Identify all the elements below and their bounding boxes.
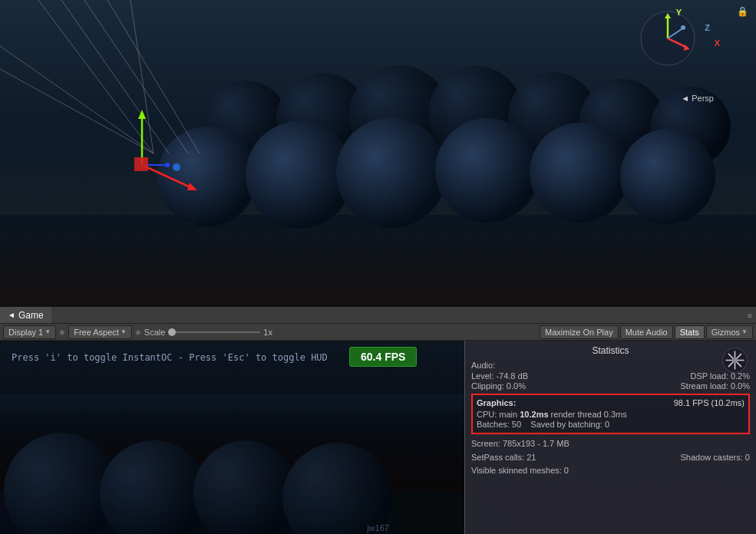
aspect-btn[interactable]: Free Aspect ▼ (68, 325, 132, 339)
svg-point-10 (435, 118, 540, 222)
stats-shadow: Shadow casters: 0 (681, 451, 751, 465)
svg-marker-31 (138, 110, 146, 119)
svg-line-41 (668, 38, 687, 48)
svg-line-25 (84, 0, 188, 153)
svg-line-22 (579, 142, 610, 173)
stats-setpass: SetPass calls: 21 (471, 451, 536, 465)
maximize-btn[interactable]: Maximize On Play (540, 325, 619, 339)
svg-line-18 (391, 142, 422, 173)
stats-btn[interactable]: Stats (675, 325, 705, 339)
svg-point-35 (165, 163, 170, 167)
stats-cpu-row: CPU: main 10.2ms render thread 0.3ms (477, 410, 744, 419)
svg-rect-36 (134, 157, 148, 171)
scale-label: Scale (144, 328, 166, 337)
stats-stream: Stream load: 0.0% (681, 381, 751, 391)
game-tab-icon: ◄ (8, 311, 15, 319)
display-label: Display 1 (8, 328, 43, 337)
aspect-label: Free Aspect (74, 328, 119, 337)
display-dropdown-arrow: ▼ (45, 328, 51, 335)
scale-slider[interactable] (168, 331, 260, 333)
stats-setpass-row: SetPass calls: 21 Shadow casters: 0 (471, 451, 750, 465)
stats-graphics-box: Graphics: 98.1 FPS (10.2ms) CPU: main 10… (471, 394, 750, 434)
stats-screen: Screen: 785x193 - 1.7 MB (471, 437, 750, 451)
scene-view[interactable]: Y Z X 🔒 Persp (0, 0, 756, 307)
gizmos-arrow: ▼ (741, 328, 748, 335)
svg-line-23 (38, 0, 154, 153)
svg-line-32 (142, 165, 192, 188)
game-tab[interactable]: ◄ Game (0, 307, 51, 323)
stats-panel: Statistics Audio: Level: -74.8 dB DSP lo… (464, 341, 756, 534)
svg-line-43 (668, 29, 682, 38)
svg-point-1 (276, 73, 368, 165)
gizmos-label: Gizmos (711, 328, 740, 337)
stats-label: Stats (680, 328, 699, 337)
stats-batches-row: Batches: 50 Saved by batching: 0 (477, 420, 744, 429)
scale-thumb (168, 328, 176, 336)
divider-1: ◆ (59, 328, 65, 336)
svg-marker-33 (187, 183, 197, 190)
stats-fps-value: 98.1 FPS (10.2ms) (674, 398, 744, 407)
svg-point-44 (681, 25, 685, 30)
svg-line-14 (207, 146, 238, 176)
svg-line-20 (391, 173, 441, 192)
fps-badge: 60.4 FPS (349, 347, 417, 367)
stats-audio-row2: Clipping: 0.0% Stream load: 0.0% (471, 381, 750, 391)
lock-icon: 🔒 (737, 6, 748, 17)
persp-label: Persp (681, 94, 714, 103)
svg-point-3 (428, 66, 523, 161)
svg-line-28 (0, 46, 154, 153)
mute-label: Mute Audio (626, 328, 668, 337)
stats-level: Level: -74.8 dB (471, 371, 528, 381)
svg-point-11 (530, 123, 629, 222)
display-btn[interactable]: Display 1 ▼ (3, 325, 56, 339)
stats-graphics-header: Graphics: 98.1 FPS (10.2ms) (477, 398, 744, 407)
svg-point-38 (641, 12, 695, 65)
svg-point-2 (349, 65, 449, 165)
aspect-dropdown-arrow: ▼ (120, 328, 127, 335)
stats-render-value: 0.3ms (604, 410, 627, 419)
svg-point-37 (173, 163, 180, 171)
svg-point-5 (579, 79, 664, 163)
axis-y-label: Y (676, 8, 682, 17)
svg-point-12 (620, 129, 715, 224)
svg-line-16 (207, 176, 257, 196)
scale-value: 1x (263, 328, 272, 337)
stats-cpu-value: 10.2ms (520, 410, 548, 419)
toolbar-right: Maximize On Play Mute Audio Stats Gizmos… (540, 325, 753, 339)
svg-point-0 (203, 81, 288, 165)
gizmos-btn[interactable]: Gizmos ▼ (706, 325, 753, 339)
svg-point-4 (508, 72, 597, 161)
stats-audio-label: Audio: (471, 361, 750, 370)
svg-point-58 (733, 358, 738, 363)
svg-line-24 (61, 0, 169, 153)
scene-ground (0, 215, 756, 307)
stats-bottom: Screen: 785x193 - 1.7 MB SetPass calls: … (471, 437, 750, 478)
tab-menu-dots[interactable]: ≡ (748, 311, 752, 319)
stats-graphics-title: Graphics: (477, 398, 516, 407)
stats-clipping: Clipping: 0.0% (471, 381, 526, 391)
svg-marker-42 (684, 44, 690, 51)
game-tab-label: Game (18, 310, 44, 321)
stats-title: Statistics (471, 345, 750, 356)
svg-point-9 (336, 117, 447, 228)
stats-batches: Batches: 50 (477, 420, 521, 429)
scale-container: Scale 1x (144, 328, 536, 337)
svg-point-8 (246, 121, 353, 229)
stats-audio-row1: Level: -74.8 dB DSP load: 0.2% (471, 371, 750, 381)
svg-line-27 (130, 0, 154, 153)
game-tab-bar: ◄ Game ≡ (0, 307, 756, 324)
stats-saved: Saved by batching: 0 (530, 420, 609, 429)
stats-logo-icon (721, 347, 748, 374)
game-view[interactable]: Press 'i' to toggle InstantOC - Press 'E… (0, 341, 756, 534)
axis-x-label: X (715, 38, 720, 48)
svg-line-29 (0, 69, 154, 153)
stats-visible: Visible skinned meshes: 0 (471, 464, 750, 478)
svg-marker-40 (665, 13, 671, 18)
maximize-label: Maximize On Play (545, 328, 613, 337)
mute-btn[interactable]: Mute Audio (620, 325, 673, 339)
hud-text: Press 'i' to toggle InstantOC - Press 'E… (12, 352, 328, 363)
svg-line-26 (107, 0, 200, 153)
svg-line-13 (177, 146, 207, 176)
svg-point-7 (157, 127, 257, 226)
divider-2: ◆ (135, 328, 141, 336)
